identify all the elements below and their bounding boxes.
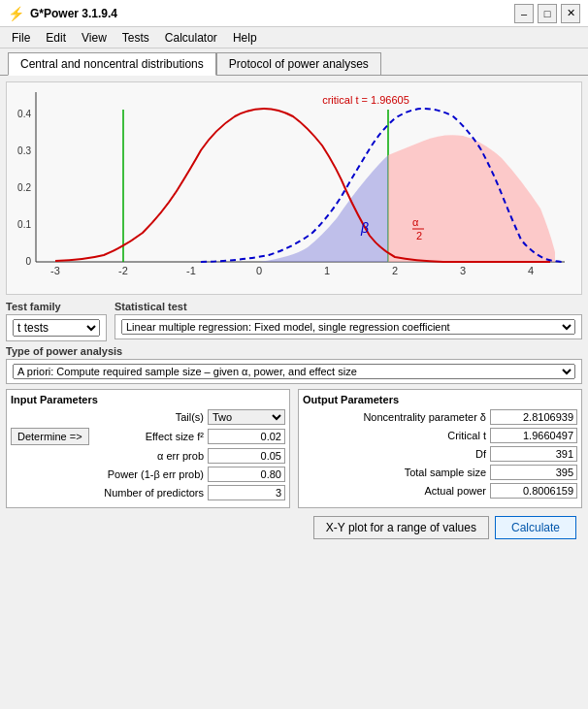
graph-area: -3 -2 -1 0 1 2 3 4 0 0.1 0.2 0.3 0.4 cri… xyxy=(6,81,582,295)
actual-power-value xyxy=(490,483,577,499)
minimize-button[interactable]: – xyxy=(514,4,534,23)
input-params-title: Input Parameters xyxy=(11,394,285,405)
power-analysis-section: Type of power analysis A priori: Compute… xyxy=(6,345,582,384)
output-row-actual-power: Actual power xyxy=(303,483,577,499)
test-section-row: Test family t tests F tests χ² tests z t… xyxy=(6,301,582,341)
menu-help[interactable]: Help xyxy=(225,29,265,47)
test-family-label: Test family xyxy=(6,301,107,312)
svg-text:-1: -1 xyxy=(186,265,196,276)
menu-tests[interactable]: Tests xyxy=(114,29,157,47)
window-controls[interactable]: – □ ✕ xyxy=(514,4,580,23)
sample-size-value xyxy=(490,465,577,480)
svg-text:0.2: 0.2 xyxy=(17,182,31,193)
predictors-label: Number of predictors xyxy=(104,487,204,499)
svg-text:-3: -3 xyxy=(50,265,60,276)
df-value xyxy=(490,446,577,462)
tails-select[interactable]: Two One xyxy=(208,409,285,425)
params-section: Input Parameters Tail(s) Two One Determi… xyxy=(6,389,582,508)
effect-size-label: Effect size f² xyxy=(146,431,204,442)
menu-calculator[interactable]: Calculator xyxy=(157,29,225,47)
title-bar-title: ⚡ G*Power 3.1.9.4 xyxy=(8,6,117,21)
param-row-effect-size: Determine => Effect size f² xyxy=(11,428,285,445)
svg-text:4: 4 xyxy=(528,265,534,276)
df-label: Df xyxy=(303,448,486,460)
tabs-bar: Central and noncentral distributions Pro… xyxy=(0,48,588,76)
noncentrality-label: Noncentrality parameter δ xyxy=(303,411,486,423)
svg-text:0.3: 0.3 xyxy=(17,145,31,156)
svg-text:β: β xyxy=(360,220,369,236)
calculate-button[interactable]: Calculate xyxy=(495,516,576,539)
test-family-section: Test family t tests F tests χ² tests z t… xyxy=(6,301,107,341)
critical-t-label: Critical t xyxy=(303,430,486,441)
output-row-sample-size: Total sample size xyxy=(303,465,577,480)
svg-text:α: α xyxy=(412,216,419,228)
menu-view[interactable]: View xyxy=(74,29,114,47)
close-button[interactable]: ✕ xyxy=(561,4,580,23)
output-row-df: Df xyxy=(303,446,577,462)
svg-text:-2: -2 xyxy=(118,265,128,276)
power-analysis-box: A priori: Compute required sample size –… xyxy=(6,359,582,384)
stat-test-label: Statistical test xyxy=(114,301,582,312)
noncentrality-value xyxy=(490,409,577,425)
power-analysis-label: Type of power analysis xyxy=(6,345,582,357)
sample-size-label: Total sample size xyxy=(303,467,486,478)
output-params-box: Output Parameters Noncentrality paramete… xyxy=(298,389,582,508)
alpha-input[interactable] xyxy=(208,448,285,464)
stat-test-select[interactable]: Linear multiple regression: Fixed model,… xyxy=(121,319,575,335)
svg-text:2: 2 xyxy=(416,230,422,242)
actual-power-label: Actual power xyxy=(303,485,486,497)
predictors-input[interactable] xyxy=(208,485,285,500)
power-label: Power (1-β err prob) xyxy=(108,468,204,480)
tails-label: Tail(s) xyxy=(176,411,204,423)
output-params-title: Output Parameters xyxy=(303,394,577,405)
svg-text:1: 1 xyxy=(324,265,330,276)
svg-text:0: 0 xyxy=(25,256,31,267)
alpha-label: α err prob xyxy=(157,450,204,462)
power-input[interactable] xyxy=(208,467,285,482)
menu-edit[interactable]: Edit xyxy=(38,29,74,47)
bottom-buttons: X-Y plot for a range of values Calculate xyxy=(6,512,582,543)
tab-protocol[interactable]: Protocol of power analyses xyxy=(216,52,381,75)
app-title: G*Power 3.1.9.4 xyxy=(30,7,117,20)
svg-text:critical t = 1.96605: critical t = 1.96605 xyxy=(322,94,409,106)
stat-test-box: Linear multiple regression: Fixed model,… xyxy=(114,314,582,339)
svg-text:0: 0 xyxy=(256,265,262,276)
svg-text:0.1: 0.1 xyxy=(17,219,31,230)
output-row-noncentrality: Noncentrality parameter δ xyxy=(303,409,577,425)
main-content: -3 -2 -1 0 1 2 3 4 0 0.1 0.2 0.3 0.4 cri… xyxy=(0,76,588,549)
determine-button[interactable]: Determine => xyxy=(11,428,89,445)
param-row-predictors: Number of predictors xyxy=(11,485,285,500)
stat-test-section: Statistical test Linear multiple regress… xyxy=(114,301,582,339)
title-bar: ⚡ G*Power 3.1.9.4 – □ ✕ xyxy=(0,0,588,27)
app-icon: ⚡ xyxy=(8,6,24,21)
param-row-power: Power (1-β err prob) xyxy=(11,467,285,482)
input-params-box: Input Parameters Tail(s) Two One Determi… xyxy=(6,389,290,508)
svg-text:0.4: 0.4 xyxy=(17,109,31,119)
maximize-button[interactable]: □ xyxy=(538,4,557,23)
param-row-tails: Tail(s) Two One xyxy=(11,409,285,425)
menu-file[interactable]: File xyxy=(4,29,38,47)
svg-text:2: 2 xyxy=(392,265,398,276)
param-row-alpha: α err prob xyxy=(11,448,285,464)
svg-text:3: 3 xyxy=(460,265,466,276)
tab-central[interactable]: Central and noncentral distributions xyxy=(8,52,216,76)
test-family-select[interactable]: t tests F tests χ² tests z tests xyxy=(13,319,100,337)
test-family-box: t tests F tests χ² tests z tests xyxy=(6,314,107,341)
xy-plot-button[interactable]: X-Y plot for a range of values xyxy=(313,516,489,539)
menu-bar: File Edit View Tests Calculator Help xyxy=(0,27,588,48)
output-row-critical-t: Critical t xyxy=(303,428,577,443)
power-analysis-select[interactable]: A priori: Compute required sample size –… xyxy=(13,364,575,379)
effect-size-input[interactable] xyxy=(208,429,285,444)
critical-t-value xyxy=(490,428,577,443)
